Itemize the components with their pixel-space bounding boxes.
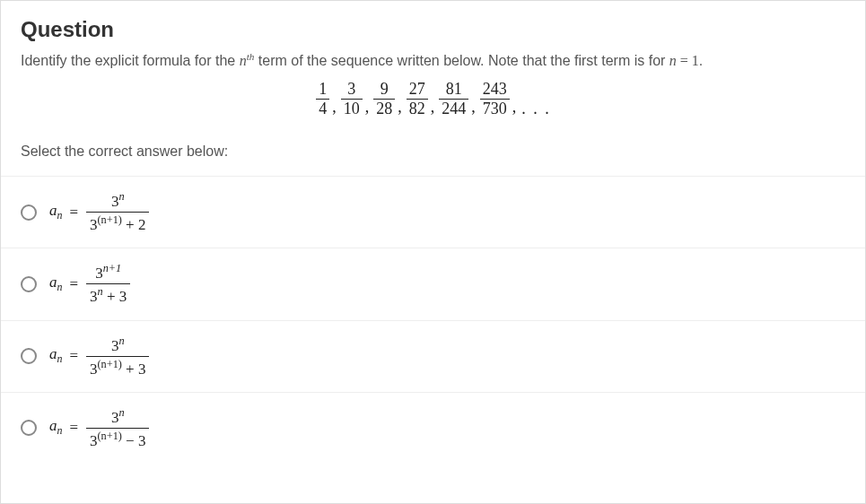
seq-den: 82 (407, 99, 428, 118)
den-const: 3 (138, 360, 146, 377)
formula-lhs: an (49, 417, 62, 438)
seq-den: 244 (439, 99, 468, 118)
lhs-sub: n (57, 210, 63, 222)
equals-sign: = (69, 419, 78, 437)
denominator: 3n + 3 (86, 283, 130, 307)
ellipsis: . . . (521, 100, 551, 118)
sequence-term: 81244 (439, 80, 468, 118)
question-prompt: Identify the explicit formula for the nt… (21, 51, 845, 69)
comma: , (332, 98, 337, 117)
answer-option-2[interactable]: an = 3n+1 3n + 3 (1, 248, 865, 320)
formula-1: an = 3n 3(n+1) + 2 (49, 189, 150, 235)
den-base: 3 (90, 360, 98, 377)
den-op: + (122, 216, 138, 233)
seq-num: 243 (480, 80, 510, 99)
select-answer-label: Select the correct answer below: (21, 143, 845, 176)
comma: , (471, 98, 476, 117)
answer-option-3[interactable]: an = 3n 3(n+1) + 3 (1, 321, 865, 393)
lhs-var: a (49, 345, 57, 362)
seq-den: 730 (480, 99, 510, 118)
lhs-var: a (49, 274, 57, 291)
sequence-display: 14,310,928,2782,81244,243730,. . . (21, 80, 845, 118)
seq-num: 3 (341, 80, 363, 99)
num-exp: n (118, 406, 124, 419)
answer-option-1[interactable]: an = 3n 3(n+1) + 2 (1, 177, 865, 248)
lhs-sub: n (57, 282, 63, 294)
radio-icon (21, 420, 37, 436)
n-equals: n = 1 (669, 53, 699, 68)
n-var: n (669, 53, 677, 68)
radio-icon (21, 348, 37, 364)
radio-icon (21, 204, 37, 221)
den-op: + (103, 288, 119, 305)
seq-num: 1 (316, 80, 329, 99)
equals-sign: = (69, 275, 78, 293)
question-card: Question Identify the explicit formula f… (0, 0, 866, 504)
den-exp-text: (n+1) (98, 213, 122, 226)
equals-sign: = (69, 204, 78, 222)
seq-den: 4 (316, 99, 329, 118)
seq-num: 27 (407, 80, 428, 99)
denominator: 3(n+1) + 3 (86, 356, 149, 379)
equals-sign: = (69, 347, 78, 365)
num-base: 3 (95, 265, 103, 282)
fraction: 3n+1 3n + 3 (86, 261, 130, 307)
seq-num: 81 (439, 80, 468, 99)
answer-options: an = 3n 3(n+1) + 2 an = 3n+1 3n + 3 (1, 176, 865, 463)
comma: , (431, 98, 435, 117)
numerator: 3n (86, 334, 149, 356)
den-exp: (n+1) (98, 213, 122, 226)
den-op: + (122, 360, 138, 377)
lhs-var: a (49, 417, 57, 434)
den-exp: (n+1) (98, 430, 122, 442)
fraction: 3n 3(n+1) + 3 (86, 334, 149, 379)
den-exp: (n+1) (98, 358, 122, 370)
comma: , (512, 98, 517, 117)
prompt-text-1: Identify the explicit formula for the (21, 53, 240, 68)
numerator: 3n (86, 189, 149, 212)
num-exp: n (118, 335, 124, 347)
lhs-sub: n (57, 425, 63, 438)
den-exp-text: (n+1) (98, 358, 122, 370)
fraction: 3n 3(n+1) + 2 (86, 189, 149, 235)
eq-op: = (677, 53, 692, 68)
num-exp: n (118, 190, 124, 203)
sequence-term: 14 (316, 80, 329, 118)
den-const: 2 (138, 216, 146, 233)
lhs-sub: n (57, 353, 63, 366)
fraction: 3n 3(n+1) − 3 (86, 405, 149, 451)
formula-2: an = 3n+1 3n + 3 (49, 261, 131, 307)
den-const: 3 (138, 431, 146, 448)
comma: , (398, 98, 402, 117)
num-exp: n+1 (103, 262, 122, 274)
formula-lhs: an (49, 274, 62, 294)
den-base: 3 (90, 288, 98, 305)
lhs-var: a (49, 202, 57, 219)
prompt-text-2: term of the sequence written below. Note… (254, 53, 669, 68)
sequence-term: 2782 (407, 80, 428, 118)
radio-icon (21, 276, 37, 292)
formula-lhs: an (49, 202, 62, 222)
comma: , (365, 98, 370, 117)
nth-symbol: nth (240, 53, 255, 68)
sequence-term: 310 (341, 80, 363, 118)
prompt-text-3: . (699, 53, 703, 68)
den-exp-text: (n+1) (98, 430, 122, 442)
numerator: 3n (86, 405, 149, 428)
nth-base: n (240, 53, 247, 68)
denominator: 3(n+1) + 2 (86, 212, 149, 235)
den-base: 3 (90, 216, 98, 233)
formula-3: an = 3n 3(n+1) + 3 (49, 334, 150, 379)
seq-num: 9 (373, 80, 395, 99)
answer-option-4[interactable]: an = 3n 3(n+1) − 3 (1, 393, 865, 464)
den-const: 3 (119, 288, 127, 305)
eq-val: 1 (692, 53, 699, 68)
seq-den: 28 (373, 99, 395, 118)
seq-den: 10 (341, 99, 363, 118)
sequence-term: 928 (373, 80, 395, 118)
question-heading: Question (21, 17, 845, 42)
den-base: 3 (90, 431, 98, 448)
sequence-term: 243730 (480, 80, 510, 118)
den-op: − (122, 431, 138, 448)
numerator: 3n+1 (86, 261, 130, 283)
